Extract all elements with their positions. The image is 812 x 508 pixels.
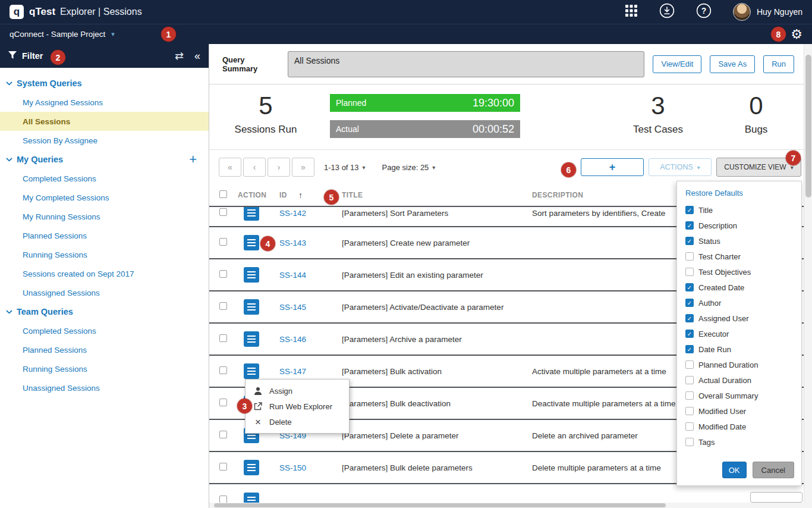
range-dropdown[interactable]: 1-13 of 13 ▾ bbox=[324, 163, 366, 172]
session-id-link[interactable]: SS-150 bbox=[279, 463, 306, 472]
query-item[interactable]: Planned Sessions bbox=[0, 226, 209, 245]
column-option[interactable]: Assigned User bbox=[677, 311, 801, 326]
query-item[interactable]: Unassigned Sessions bbox=[0, 378, 209, 397]
vertical-scrollbar-thumb[interactable] bbox=[805, 55, 811, 197]
column-header-action[interactable]: ACTION bbox=[238, 191, 266, 199]
prev-page-button[interactable]: ‹ bbox=[243, 158, 266, 177]
first-page-button[interactable]: « bbox=[219, 158, 241, 177]
view-edit-button[interactable]: View/Edit bbox=[653, 55, 701, 73]
row-checkbox[interactable] bbox=[219, 463, 227, 472]
column-header-description[interactable]: DESCRIPTION bbox=[532, 191, 583, 199]
column-option[interactable]: Overall Summary bbox=[677, 388, 801, 403]
query-item-all-sessions[interactable]: All Sessions bbox=[0, 112, 209, 131]
session-id-link[interactable]: SS-144 bbox=[279, 271, 306, 280]
select-all-checkbox[interactable] bbox=[219, 190, 227, 200]
session-menu-icon[interactable] bbox=[244, 235, 259, 250]
option-label: Planned Duration bbox=[698, 360, 758, 369]
column-option[interactable]: Created Date bbox=[677, 280, 801, 295]
session-id-link[interactable]: SS-147 bbox=[279, 367, 306, 376]
column-option[interactable]: Author bbox=[677, 295, 801, 311]
column-option[interactable]: Test Charter bbox=[677, 249, 801, 264]
user-menu[interactable]: Huy Nguyen bbox=[733, 3, 802, 21]
column-option[interactable]: Status bbox=[677, 233, 801, 249]
session-menu-icon[interactable] bbox=[244, 267, 259, 283]
project-selector[interactable]: qConnect - Sample Project bbox=[10, 30, 105, 39]
column-option[interactable]: Executor bbox=[677, 326, 801, 341]
column-option[interactable]: Description bbox=[677, 218, 801, 233]
row-checkbox[interactable] bbox=[219, 334, 227, 344]
session-menu-icon[interactable] bbox=[244, 207, 259, 221]
session-menu-icon[interactable] bbox=[244, 331, 259, 347]
query-item-my-assigned-sessions[interactable]: My Assigned Sessions bbox=[0, 93, 209, 112]
session-id-link[interactable]: SS-145 bbox=[279, 303, 306, 312]
collapse-sidebar-icon[interactable]: « bbox=[194, 50, 200, 62]
query-item[interactable]: Sessions created on Sept 2017 bbox=[0, 264, 209, 283]
section-system-queries[interactable]: System Queries bbox=[0, 74, 209, 93]
row-checkbox[interactable] bbox=[219, 366, 227, 376]
query-item[interactable]: Running Sessions bbox=[0, 359, 209, 378]
chevron-down-icon[interactable]: ▾ bbox=[111, 30, 115, 38]
column-option[interactable]: Actual Duration bbox=[677, 372, 801, 388]
query-item[interactable]: My Running Sessions bbox=[0, 207, 209, 226]
apps-grid-icon[interactable] bbox=[625, 4, 638, 20]
context-menu-item-assign[interactable]: Assign bbox=[246, 383, 349, 399]
page-size-dropdown[interactable]: Page size: 25 ▾ bbox=[382, 163, 436, 172]
row-checkbox[interactable] bbox=[219, 270, 227, 280]
session-menu-icon[interactable] bbox=[244, 460, 259, 475]
context-menu-item-delete[interactable]: × Delete bbox=[246, 414, 349, 429]
row-checkbox[interactable] bbox=[219, 208, 227, 218]
cancel-button[interactable]: Cancel bbox=[753, 462, 794, 478]
download-icon[interactable] bbox=[659, 3, 675, 21]
column-option[interactable]: Modified User bbox=[677, 403, 801, 419]
save-as-button[interactable]: Save As bbox=[710, 55, 755, 73]
restore-defaults-link[interactable]: Restore Defaults bbox=[677, 187, 801, 202]
sort-ascending-icon[interactable]: ↑ bbox=[298, 190, 303, 200]
column-option[interactable]: Title bbox=[677, 202, 801, 218]
column-option[interactable]: Test Objectives bbox=[677, 264, 801, 280]
run-button[interactable]: Run bbox=[763, 55, 794, 73]
ok-button[interactable]: OK bbox=[722, 462, 747, 478]
vertical-scrollbar[interactable] bbox=[804, 44, 812, 503]
row-checkbox[interactable] bbox=[219, 496, 227, 503]
column-option[interactable]: Modified Date bbox=[677, 419, 801, 434]
session-id-link[interactable]: SS-142 bbox=[279, 209, 306, 218]
add-query-icon[interactable]: + bbox=[189, 152, 197, 167]
section-team-queries[interactable]: Team Queries bbox=[0, 302, 209, 321]
actual-duration-bar: Actual 00:00:52 bbox=[330, 120, 520, 138]
query-item[interactable]: My Completed Sessions bbox=[0, 188, 209, 207]
next-page-button[interactable]: › bbox=[267, 158, 290, 177]
last-page-button[interactable]: » bbox=[292, 158, 314, 177]
settings-gear-icon[interactable]: ⚙ bbox=[791, 28, 802, 41]
column-header-title[interactable]: TITLE bbox=[342, 191, 363, 199]
column-option[interactable]: Planned Duration bbox=[677, 357, 801, 372]
session-menu-icon[interactable] bbox=[244, 493, 259, 503]
refresh-queries-icon[interactable]: ⇄ bbox=[175, 49, 184, 62]
horizontal-scrollbar-thumb[interactable] bbox=[214, 503, 666, 507]
query-item[interactable]: Planned Sessions bbox=[0, 340, 209, 359]
column-option[interactable]: Tags bbox=[677, 434, 801, 450]
actions-dropdown-button[interactable]: ACTIONS ▾ bbox=[649, 158, 712, 176]
context-menu-item-run-web-explorer[interactable]: Run Web Explorer bbox=[246, 399, 349, 414]
session-menu-icon[interactable] bbox=[244, 299, 259, 315]
horizontal-scrollbar[interactable] bbox=[209, 503, 812, 508]
query-item[interactable]: Completed Sessions bbox=[0, 321, 209, 340]
test-cases-value: 3 bbox=[619, 93, 697, 119]
query-item-session-by-assignee[interactable]: Session By Assignee bbox=[0, 131, 209, 150]
query-item[interactable]: Unassigned Sessions bbox=[0, 283, 209, 302]
chevron-down-icon: ▾ bbox=[697, 164, 700, 171]
row-checkbox[interactable] bbox=[219, 302, 227, 312]
query-item[interactable]: Completed Sessions bbox=[0, 169, 209, 188]
column-option[interactable]: Date Run bbox=[677, 341, 801, 357]
add-session-button[interactable]: + bbox=[581, 158, 644, 176]
help-icon[interactable]: ? bbox=[696, 3, 712, 21]
row-checkbox[interactable] bbox=[219, 238, 227, 247]
section-my-queries[interactable]: My Queries + bbox=[0, 150, 209, 169]
query-item[interactable]: Running Sessions bbox=[0, 245, 209, 264]
row-checkbox[interactable] bbox=[219, 399, 227, 408]
session-menu-icon[interactable] bbox=[244, 363, 259, 379]
column-header-id[interactable]: ID bbox=[279, 191, 287, 199]
row-checkbox[interactable] bbox=[219, 431, 227, 440]
session-id-link[interactable]: SS-146 bbox=[279, 335, 306, 344]
session-id-link[interactable]: SS-143 bbox=[279, 239, 306, 247]
callout-badge-6: 6 bbox=[561, 162, 576, 177]
